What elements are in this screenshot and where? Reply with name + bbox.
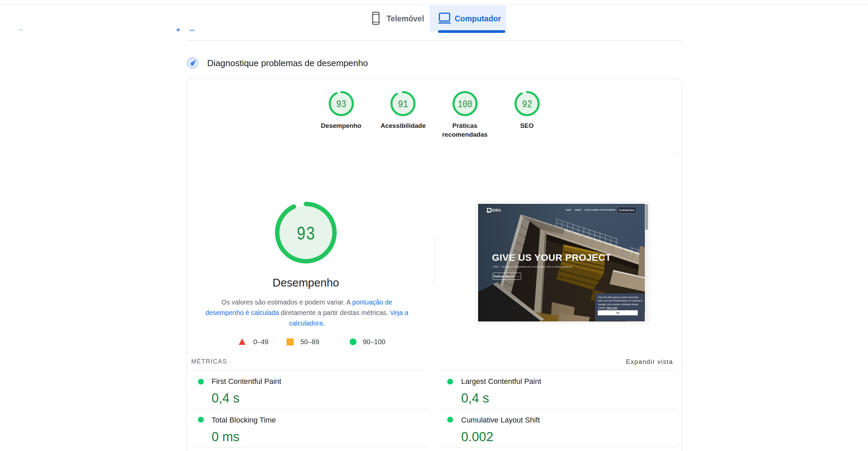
svg-text:93: 93 (336, 99, 347, 110)
svg-text:93: 93 (297, 223, 315, 245)
svg-text:91: 91 (398, 99, 408, 110)
svg-text:92: 92 (522, 99, 532, 110)
svg-text:100: 100 (458, 99, 472, 110)
